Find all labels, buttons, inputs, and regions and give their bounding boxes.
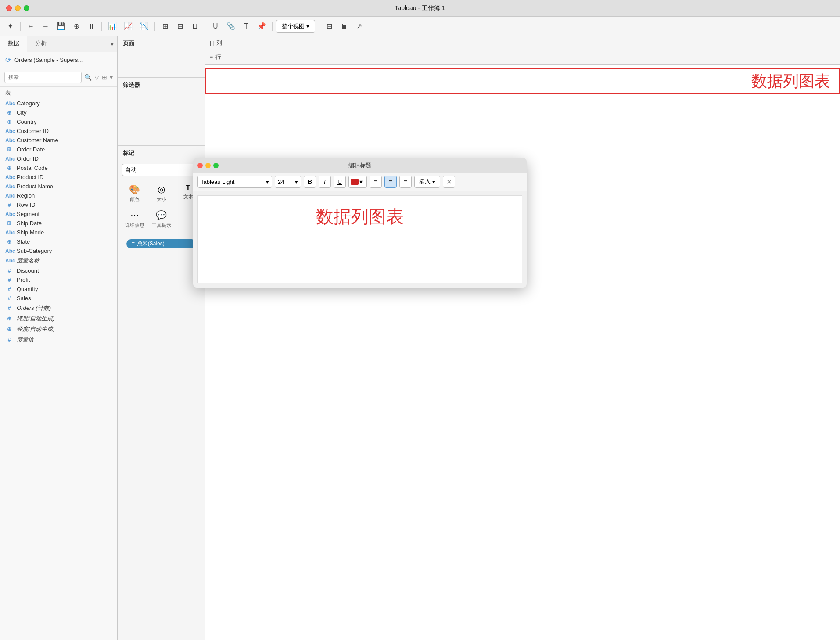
- grid-view-icon[interactable]: ⊞: [102, 74, 107, 81]
- field-item-discount[interactable]: # Discount: [0, 266, 117, 275]
- pin-button[interactable]: 📌: [255, 20, 269, 33]
- share-button[interactable]: ↗: [352, 20, 366, 33]
- font-select[interactable]: Tableau Light ▾: [197, 176, 272, 188]
- align-center-button[interactable]: ≡: [384, 176, 397, 188]
- field-item-quantity[interactable]: # Quantity: [0, 284, 117, 294]
- field-label field-italic: 经度(自动生成): [17, 325, 55, 333]
- filters-title: 筛选器: [118, 78, 205, 91]
- modal-close-traffic[interactable]: [197, 163, 203, 168]
- marks-detail-label: 详细信息: [125, 222, 144, 229]
- add-datasource-button[interactable]: ⊕: [70, 20, 83, 33]
- chart2-button[interactable]: 📈: [121, 20, 135, 33]
- field-item-city[interactable]: ⊕ City: [0, 108, 117, 117]
- field-item-state[interactable]: ⊕ State: [0, 237, 117, 246]
- minimize-button[interactable]: [15, 5, 21, 11]
- marks-type-select[interactable]: 自动 ▾: [122, 164, 201, 176]
- abc-icon: Abc: [5, 230, 13, 236]
- hash-icon: #: [5, 295, 13, 302]
- color-dropdown-icon: ▾: [359, 178, 363, 185]
- pill-label: 总和(Sales): [137, 240, 165, 248]
- canvas-title-box[interactable]: 数据列图表: [205, 68, 840, 94]
- calendar-icon: 🗓: [5, 147, 13, 153]
- field-item-region[interactable]: Abc Region: [0, 191, 117, 200]
- field-item-customername[interactable]: Abc Customer Name: [0, 136, 117, 145]
- field-item-longitude[interactable]: ⊕ 经度(自动生成): [0, 324, 117, 334]
- field-item-customerid[interactable]: Abc Customer ID: [0, 126, 117, 136]
- marks-tooltip-cell[interactable]: 💬 工具提示: [149, 207, 174, 231]
- close-button[interactable]: [6, 5, 12, 11]
- field-item-profit[interactable]: # Profit: [0, 275, 117, 284]
- modal-maximize-traffic[interactable]: [213, 163, 219, 168]
- tableau-logo[interactable]: ✦: [4, 20, 17, 33]
- align-left-button[interactable]: ≡: [370, 176, 382, 188]
- font-size-select[interactable]: 24 ▾: [275, 176, 301, 188]
- marks-color-cell[interactable]: 🎨 颜色: [122, 181, 147, 205]
- field-item-measurenames[interactable]: Abc 度量名称: [0, 255, 117, 266]
- tab-data[interactable]: 数据: [0, 36, 27, 52]
- field-item-latitude[interactable]: ⊕ 纬度(自动生成): [0, 313, 117, 324]
- chart-button[interactable]: 📊: [105, 20, 119, 33]
- field-label: Category: [17, 100, 40, 107]
- field-item-segment[interactable]: Abc Segment: [0, 209, 117, 219]
- rows-label: ≡ 行: [205, 53, 258, 61]
- field-item-subcategory[interactable]: Abc Sub-Category: [0, 246, 117, 255]
- align-right-button[interactable]: ≡: [399, 176, 412, 188]
- field-label: Ship Date: [17, 220, 42, 227]
- view-selector[interactable]: 整个视图 ▾: [276, 20, 315, 33]
- chart3-button[interactable]: 📉: [137, 20, 151, 33]
- field-item-country[interactable]: ⊕ Country: [0, 117, 117, 126]
- modal-close-x-button[interactable]: ✕: [443, 176, 455, 188]
- layout-button[interactable]: ⊟: [323, 20, 336, 33]
- field-label field-italic: 纬度(自动生成): [17, 315, 55, 323]
- field-label: Region: [17, 192, 35, 199]
- ungroup-button[interactable]: ⊟: [173, 20, 187, 33]
- present-button[interactable]: 🖥: [337, 20, 351, 33]
- back-button[interactable]: ←: [24, 20, 37, 33]
- pause-button[interactable]: ⏸: [85, 20, 98, 33]
- datasource-row[interactable]: ⟳ Orders (Sample - Supers...: [0, 52, 117, 68]
- field-item-category[interactable]: Abc Category: [0, 99, 117, 108]
- modal-content-area[interactable]: 数据列图表: [197, 195, 522, 283]
- text-color-button[interactable]: ▾: [348, 176, 367, 188]
- insert-button[interactable]: 插入 ▾: [414, 176, 440, 188]
- field-item-orderdate[interactable]: 🗓 Order Date: [0, 145, 117, 154]
- field-item-shipdate[interactable]: 🗓 Ship Date: [0, 219, 117, 228]
- tab-analysis[interactable]: 分析: [27, 36, 54, 52]
- field-item-productname[interactable]: Abc Product Name: [0, 182, 117, 191]
- field-item-measurevalues[interactable]: # 度量值: [0, 334, 117, 345]
- main-layout: 数据 分析 ▾ ⟳ Orders (Sample - Supers... 🔍 ▽…: [0, 36, 840, 640]
- text-button[interactable]: T: [240, 20, 253, 33]
- marks-size-cell[interactable]: ◎ 大小: [149, 181, 174, 205]
- search-input[interactable]: [4, 72, 82, 83]
- size-icon: ◎: [158, 184, 165, 194]
- field-item-postalcode[interactable]: ⊕ Postal Code: [0, 163, 117, 173]
- bold-button[interactable]: B: [304, 176, 316, 188]
- marks-tooltip-label: 工具提示: [152, 222, 171, 229]
- sales-pill[interactable]: T 总和(Sales): [126, 239, 196, 248]
- italic-button[interactable]: I: [319, 176, 331, 188]
- tab-selector[interactable]: ▾: [111, 36, 117, 52]
- modal-minimize-traffic[interactable]: [205, 163, 211, 168]
- field-item-orders-count[interactable]: # Orders (计数): [0, 303, 117, 313]
- group-button[interactable]: ⊞: [158, 20, 172, 33]
- forward-button[interactable]: →: [39, 20, 52, 33]
- filter-icon[interactable]: ▽: [94, 74, 99, 81]
- underline-button[interactable]: U: [334, 176, 346, 188]
- hierarchy-button[interactable]: ⊔: [188, 20, 201, 33]
- underline-button[interactable]: U̲: [209, 20, 222, 33]
- search-icon: 🔍: [84, 74, 92, 81]
- field-item-productid[interactable]: Abc Product ID: [0, 173, 117, 182]
- marks-detail-cell[interactable]: ⋯ 详细信息: [122, 207, 147, 231]
- field-item-rowid[interactable]: # Row ID: [0, 200, 117, 209]
- maximize-button[interactable]: [24, 5, 29, 11]
- field-item-sales[interactable]: # Sales: [0, 294, 117, 303]
- edit-title-modal: 编辑标题 Tableau Light ▾ 24 ▾ B I U ▾ ≡ ≡: [193, 158, 527, 288]
- list-view-icon[interactable]: ▾: [110, 74, 113, 81]
- field-item-shipmode[interactable]: Abc Ship Mode: [0, 228, 117, 237]
- field-item-orderid[interactable]: Abc Order ID: [0, 154, 117, 163]
- modal-toolbar: Tableau Light ▾ 24 ▾ B I U ▾ ≡ ≡ ≡ 插入: [193, 173, 527, 191]
- rows-icon: ≡: [210, 54, 213, 60]
- globe-icon: ⊕: [5, 165, 13, 171]
- clip-button[interactable]: 📎: [224, 20, 238, 33]
- save-button[interactable]: 💾: [54, 20, 68, 33]
